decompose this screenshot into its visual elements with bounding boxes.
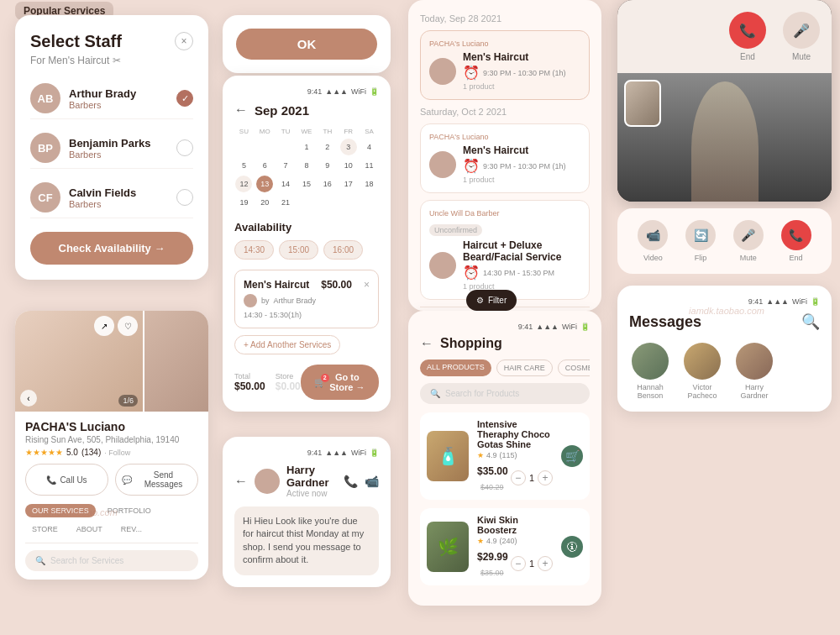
appointment-card-3[interactable]: Uncle Will Da Barber Unconfirmed Haircut… bbox=[420, 200, 590, 300]
time-slot-1500[interactable]: 15:00 bbox=[279, 240, 318, 260]
day-tu: TU bbox=[276, 126, 296, 137]
benjamin-radio[interactable] bbox=[176, 139, 193, 156]
appt2-product: 1 product bbox=[463, 176, 580, 184]
product1-increase[interactable]: + bbox=[538, 470, 553, 485]
tab-portfolio[interactable]: PORTFOLIO bbox=[101, 504, 158, 517]
tab-cosmetic[interactable]: COSMETIC bbox=[558, 359, 590, 376]
video-ctrl-mute2: 🎤 Mute bbox=[733, 220, 764, 262]
product1-qty: − 1 + bbox=[511, 470, 553, 485]
availability-title: Availability bbox=[234, 221, 379, 234]
store-value: $0.00 bbox=[276, 380, 301, 392]
tab-about[interactable]: ABOUT bbox=[70, 522, 109, 536]
prev-image-button[interactable]: ‹ bbox=[20, 390, 37, 407]
close-button[interactable]: × bbox=[175, 32, 193, 50]
ok-button[interactable]: OK bbox=[236, 29, 377, 60]
time-slot-1600[interactable]: 16:00 bbox=[323, 240, 363, 260]
mute-button[interactable]: 🎤 bbox=[783, 12, 820, 49]
product2-reviews: (240) bbox=[500, 537, 517, 545]
flip-camera-button[interactable]: 🔄 bbox=[685, 220, 716, 250]
end-call-button[interactable]: 📞 bbox=[729, 12, 766, 49]
cal-day-8[interactable]: 8 bbox=[298, 157, 315, 174]
contact-victor[interactable]: Victor Pacheco bbox=[681, 343, 723, 400]
video-toggle-button[interactable]: 📹 bbox=[638, 220, 668, 250]
product2-increase[interactable]: + bbox=[538, 556, 553, 571]
day-fr: FR bbox=[339, 126, 358, 137]
product2-decrease[interactable]: − bbox=[511, 556, 526, 571]
cal-day-18[interactable]: 18 bbox=[361, 176, 378, 192]
calendar-back-button[interactable]: ← bbox=[234, 102, 248, 118]
mute2-button[interactable]: 🎤 bbox=[733, 220, 764, 250]
product1-add-cart[interactable]: 🛒 bbox=[561, 445, 583, 467]
calvin-radio[interactable] bbox=[176, 189, 193, 206]
cal-day-17[interactable]: 17 bbox=[340, 176, 357, 192]
cal-day-9[interactable]: 9 bbox=[319, 157, 336, 174]
booking-close-icon[interactable]: × bbox=[364, 279, 370, 291]
go-store-button[interactable]: 🛒2 Go to Store → bbox=[301, 365, 379, 400]
cal-day-21[interactable]: 21 bbox=[277, 194, 294, 211]
add-service-button[interactable]: + Add Another Services bbox=[234, 335, 340, 354]
product-card-2: 🌿 Kiwi Skin Boosterz ★ 4.9 (240) $29.99 … bbox=[420, 508, 590, 585]
check-availability-button[interactable]: Check Availability → bbox=[30, 232, 193, 265]
video-call-icon[interactable]: 📹 bbox=[365, 475, 379, 488]
shop-search[interactable]: 🔍 Search for Products bbox=[420, 383, 590, 404]
end2-button[interactable]: 📞 bbox=[781, 220, 811, 250]
tab-hair-care[interactable]: HAIR CARE bbox=[496, 359, 553, 376]
appointment-card-2[interactable]: PACHA's Luciano Men's Haircut ⏰ 9:30 PM … bbox=[420, 123, 590, 193]
cal-day-13[interactable]: 13 bbox=[256, 176, 273, 192]
send-message-button[interactable]: 💬 Send Messages bbox=[115, 464, 198, 496]
messages-contacts: Hannah Benson Victor Pacheco Harry Gardn… bbox=[629, 343, 820, 400]
contact-harry[interactable]: Harry Gardner bbox=[733, 343, 775, 400]
staff-item-calvin[interactable]: CF Calvin Fields Barbers bbox=[30, 177, 193, 218]
shop-back-button[interactable]: ← bbox=[420, 336, 433, 351]
cal-day-10[interactable]: 10 bbox=[340, 157, 357, 174]
product2-add-cart[interactable]: 🛈 bbox=[561, 536, 583, 558]
cal-day-15[interactable]: 15 bbox=[298, 176, 315, 192]
staff-item-benjamin[interactable]: BP Benjamin Parks Barbers bbox=[30, 128, 193, 169]
appointment-card-1[interactable]: PACHA's Luciano Men's Haircut ⏰ 9:30 PM … bbox=[420, 30, 590, 100]
cal-day-5[interactable]: 5 bbox=[235, 157, 252, 174]
tab-all-products[interactable]: ALL PRODUCTS bbox=[420, 359, 491, 376]
filter-fab[interactable]: ⚙ Filter bbox=[466, 290, 517, 311]
share-icon[interactable]: ↗ bbox=[94, 316, 114, 336]
messages-search-icon[interactable]: 🔍 bbox=[801, 312, 820, 331]
cal-day-14[interactable]: 14 bbox=[277, 176, 294, 192]
video-main bbox=[617, 73, 832, 202]
arthur-radio[interactable] bbox=[176, 90, 193, 107]
tab-reviews[interactable]: REV... bbox=[114, 522, 149, 536]
cal-day-12[interactable]: 12 bbox=[235, 176, 252, 192]
contact-hannah[interactable]: Hannah Benson bbox=[629, 343, 671, 400]
call-us-button[interactable]: 📞 Call Us bbox=[25, 464, 108, 496]
video-ctrl-end2: 📞 End bbox=[781, 220, 811, 262]
chat-back-button[interactable]: ← bbox=[234, 474, 248, 489]
salon-search[interactable]: 🔍 Search for Services bbox=[25, 550, 198, 571]
product2-price: $29.99 bbox=[477, 551, 508, 563]
phone-call-icon[interactable]: 📞 bbox=[344, 475, 358, 488]
cal-day-16[interactable]: 16 bbox=[319, 176, 336, 192]
msg-status-bar: 9:41 ▲▲▲ WiFi 🔋 bbox=[629, 297, 820, 306]
cal-day-11[interactable]: 11 bbox=[361, 157, 378, 174]
cal-day-2[interactable]: 2 bbox=[319, 139, 336, 155]
salon-info: PACHA'S Luciano Rising Sun Ave, 505, Phi… bbox=[15, 412, 208, 580]
time-slot-1430[interactable]: 14:30 bbox=[234, 240, 274, 260]
product1-decrease[interactable]: − bbox=[511, 470, 526, 485]
product2-old-price: $35.00 bbox=[480, 569, 504, 577]
staff-item-arthur[interactable]: AB Arthur Brady Barbers bbox=[30, 78, 193, 119]
shop-wifi: WiFi bbox=[562, 323, 577, 331]
heart-icon[interactable]: ♡ bbox=[118, 316, 138, 336]
cal-day-6[interactable]: 6 bbox=[256, 157, 273, 174]
appt1-time: 9:30 PM - 10:30 PM (1h) bbox=[483, 69, 566, 77]
shop-search-icon: 🔍 bbox=[430, 389, 440, 398]
product2-rating: ★ 4.9 (240) bbox=[477, 537, 553, 545]
shop-signal: ▲▲▲ bbox=[536, 323, 559, 331]
tab-store[interactable]: STORE bbox=[25, 522, 65, 536]
appt2-main: Men's Haircut ⏰ 9:30 PM - 10:30 PM (1h) … bbox=[429, 144, 580, 184]
cal-day-20[interactable]: 20 bbox=[256, 194, 273, 211]
cal-day-7[interactable]: 7 bbox=[277, 157, 294, 174]
cal-day-19[interactable]: 19 bbox=[235, 194, 252, 211]
tab-our-services[interactable]: OUR SERVICES bbox=[25, 504, 96, 517]
cal-day-1[interactable]: 1 bbox=[298, 139, 315, 155]
harry-avatar bbox=[736, 343, 773, 380]
cal-day-3[interactable]: 3 bbox=[340, 139, 357, 155]
msg-battery: 🔋 bbox=[811, 297, 820, 306]
cal-day-4[interactable]: 4 bbox=[361, 139, 378, 155]
